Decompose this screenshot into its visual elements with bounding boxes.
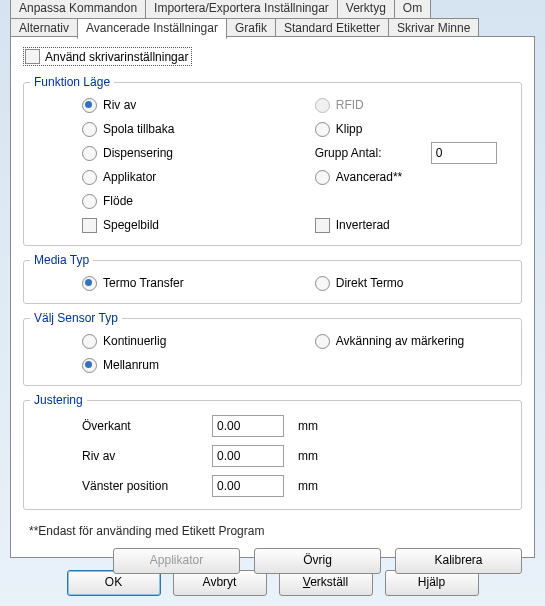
input-overkant[interactable] [212, 415, 284, 437]
radio-mellanrum-label: Mellanrum [103, 358, 159, 372]
radio-riv-av[interactable] [82, 98, 97, 113]
checkbox-spegelbild[interactable] [82, 218, 97, 233]
checkbox-spegelbild-label: Spegelbild [103, 218, 159, 232]
media-col-right: Direkt Termo [315, 271, 513, 295]
tab-import-export[interactable]: Importera/Exportera Inställningar [145, 0, 338, 19]
radio-kontinuerlig-label: Kontinuerlig [103, 334, 166, 348]
funktion-col-left: Riv av Spola tillbaka Dispensering Appli… [32, 93, 315, 237]
tabs: Anpassa Kommandon Importera/Exportera In… [10, 0, 535, 39]
radio-applikator[interactable] [82, 170, 97, 185]
radio-flode[interactable] [82, 194, 97, 209]
unit-overkant: mm [284, 419, 318, 433]
tab-panel-inner: Använd skrivarinställningar Funktion Läg… [23, 45, 522, 549]
tab-row-1: Anpassa Kommandon Importera/Exportera In… [10, 0, 535, 19]
media-cols: Termo Transfer Direkt Termo [32, 271, 513, 295]
radio-dispensering[interactable] [82, 146, 97, 161]
group-sensor-title: Välj Sensor Typ [30, 311, 122, 325]
funktion-cols: Riv av Spola tillbaka Dispensering Appli… [32, 93, 513, 237]
radio-dispensering-label: Dispensering [103, 146, 173, 160]
input-vanster[interactable] [212, 475, 284, 497]
group-funktion: Funktion Läge Riv av Spola tillbaka Disp… [23, 82, 522, 246]
unit-riv-av: mm [284, 449, 318, 463]
radio-rfid [315, 98, 330, 113]
group-justering-title: Justering [30, 393, 87, 407]
grupp-antal-label: Grupp Antal: [315, 146, 425, 160]
frame-button-row: Applikator Övrig Kalibrera [23, 544, 522, 574]
radio-spola-label: Spola tillbaka [103, 122, 174, 136]
radio-flode-label: Flöde [103, 194, 133, 208]
radio-spola[interactable] [82, 122, 97, 137]
checkbox-inverterad-label: Inverterad [336, 218, 390, 232]
sensor-col-left: Kontinuerlig Mellanrum [32, 329, 315, 377]
use-printer-settings-row: Använd skrivarinställningar [23, 45, 522, 68]
label-overkant: Överkant [82, 419, 212, 433]
button-kalibrera[interactable]: Kalibrera [395, 548, 522, 574]
use-printer-settings-checkbox[interactable] [25, 49, 40, 64]
funktion-col-right: RFID Klipp Grupp Antal: Avancerad** Inve… [315, 93, 513, 237]
radio-avkanning-label: Avkänning av märkering [336, 334, 465, 348]
radio-avancerad-label: Avancerad** [336, 170, 403, 184]
group-media-title: Media Typ [30, 253, 93, 267]
note-asterisk: **Endast för använding med Etikett Progr… [23, 510, 522, 544]
grupp-antal-input[interactable] [431, 142, 497, 164]
radio-klipp-label: Klipp [336, 122, 363, 136]
grupp-antal-row: Grupp Antal: [315, 141, 513, 165]
radio-direkt-termo-label: Direkt Termo [336, 276, 404, 290]
tab-verktyg[interactable]: Verktyg [337, 0, 395, 19]
radio-klipp[interactable] [315, 122, 330, 137]
radio-avkanning[interactable] [315, 334, 330, 349]
tab-om[interactable]: Om [394, 0, 431, 19]
button-applikator: Applikator [113, 548, 240, 574]
radio-applikator-label: Applikator [103, 170, 156, 184]
tab-panel: Använd skrivarinställningar Funktion Läg… [10, 36, 535, 558]
radio-termo-transfer[interactable] [82, 276, 97, 291]
tab-avancerade[interactable]: Avancerade Inställningar [77, 18, 227, 39]
label-riv-av: Riv av [82, 449, 212, 463]
dialog-root: Anpassa Kommandon Importera/Exportera In… [0, 0, 545, 606]
label-vanster: Vänster position [82, 479, 212, 493]
radio-riv-av-label: Riv av [103, 98, 136, 112]
radio-direkt-termo[interactable] [315, 276, 330, 291]
radio-avancerad[interactable] [315, 170, 330, 185]
checkbox-inverterad[interactable] [315, 218, 330, 233]
sensor-col-right: Avkänning av märkering [315, 329, 513, 377]
radio-kontinuerlig[interactable] [82, 334, 97, 349]
group-justering: Justering Överkant mm Riv av mm Vänster … [23, 400, 522, 510]
group-media: Media Typ Termo Transfer Direkt Termo [23, 260, 522, 304]
radio-rfid-label: RFID [336, 98, 364, 112]
use-printer-settings-focus: Använd skrivarinställningar [23, 47, 192, 66]
group-sensor: Välj Sensor Typ Kontinuerlig Mellanrum A… [23, 318, 522, 386]
tab-anpassa[interactable]: Anpassa Kommandon [10, 0, 146, 19]
input-riv-av[interactable] [212, 445, 284, 467]
unit-vanster: mm [284, 479, 318, 493]
radio-mellanrum[interactable] [82, 358, 97, 373]
group-funktion-title: Funktion Läge [30, 75, 114, 89]
use-printer-settings-label: Använd skrivarinställningar [45, 50, 188, 64]
button-ovrig[interactable]: Övrig [254, 548, 381, 574]
sensor-cols: Kontinuerlig Mellanrum Avkänning av märk… [32, 329, 513, 377]
media-col-left: Termo Transfer [32, 271, 315, 295]
radio-termo-transfer-label: Termo Transfer [103, 276, 184, 290]
